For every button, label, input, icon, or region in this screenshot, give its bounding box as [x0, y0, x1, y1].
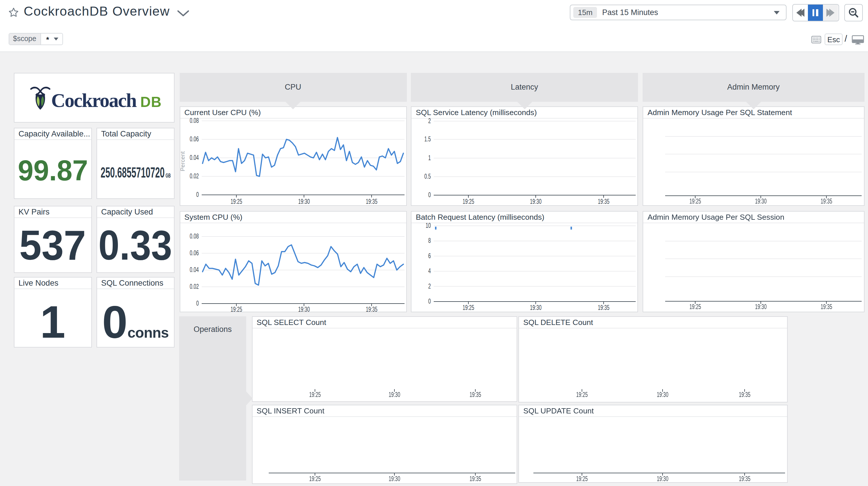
- svg-text:Percent: Percent: [179, 151, 186, 171]
- svg-text:0.04: 0.04: [190, 153, 199, 161]
- svg-text:2: 2: [428, 282, 431, 290]
- svg-text:19:35: 19:35: [598, 197, 610, 205]
- svg-text:19:25: 19:25: [230, 305, 242, 313]
- svg-text:19:35: 19:35: [366, 305, 377, 313]
- svg-text:19:25: 19:25: [309, 391, 320, 398]
- svg-text:19:35: 19:35: [820, 197, 832, 205]
- svg-text:8: 8: [428, 236, 431, 244]
- svg-text:0.04: 0.04: [190, 266, 199, 273]
- svg-text:0: 0: [196, 299, 198, 307]
- svg-text:19:35: 19:35: [739, 391, 750, 398]
- svg-text:19:30: 19:30: [389, 391, 400, 398]
- svg-text:0.08: 0.08: [190, 232, 198, 240]
- svg-text:19:30: 19:30: [389, 475, 400, 482]
- svg-text:19:35: 19:35: [366, 197, 377, 205]
- svg-text:0.5: 0.5: [425, 172, 431, 180]
- svg-text:0.06: 0.06: [190, 249, 198, 256]
- svg-text:19:25: 19:25: [576, 475, 588, 482]
- svg-text:19:30: 19:30: [755, 197, 767, 205]
- svg-text:19:30: 19:30: [755, 303, 767, 310]
- svg-text:0: 0: [428, 297, 431, 305]
- svg-text:19:25: 19:25: [230, 197, 242, 205]
- svg-text:19:30: 19:30: [657, 475, 668, 482]
- svg-text:19:35: 19:35: [469, 391, 481, 398]
- svg-text:0: 0: [428, 191, 431, 198]
- svg-text:19:30: 19:30: [298, 197, 309, 205]
- svg-text:19:25: 19:25: [689, 303, 701, 310]
- svg-text:0.02: 0.02: [190, 172, 198, 179]
- svg-text:4: 4: [428, 267, 431, 275]
- svg-text:19:25: 19:25: [576, 391, 588, 398]
- svg-text:1.5: 1.5: [425, 135, 431, 143]
- svg-text:19:25: 19:25: [689, 197, 701, 205]
- svg-text:10: 10: [426, 222, 431, 229]
- svg-text:19:25: 19:25: [463, 197, 474, 205]
- svg-text:19:35: 19:35: [739, 475, 750, 482]
- svg-text:0.06: 0.06: [190, 135, 198, 143]
- svg-text:19:30: 19:30: [298, 305, 309, 313]
- svg-text:0.02: 0.02: [190, 283, 198, 290]
- svg-text:0.08: 0.08: [190, 116, 198, 124]
- svg-text:19:25: 19:25: [309, 475, 320, 482]
- svg-text:19:25: 19:25: [463, 304, 474, 311]
- svg-text:1: 1: [428, 154, 431, 161]
- svg-text:19:30: 19:30: [530, 304, 541, 311]
- svg-text:0: 0: [196, 191, 198, 198]
- svg-text:19:30: 19:30: [657, 391, 668, 398]
- svg-text:19:30: 19:30: [530, 197, 541, 205]
- svg-text:19:35: 19:35: [469, 475, 481, 482]
- svg-text:19:35: 19:35: [820, 303, 832, 310]
- svg-text:6: 6: [428, 252, 431, 259]
- svg-text:19:35: 19:35: [598, 304, 610, 311]
- svg-text:2: 2: [428, 117, 431, 124]
